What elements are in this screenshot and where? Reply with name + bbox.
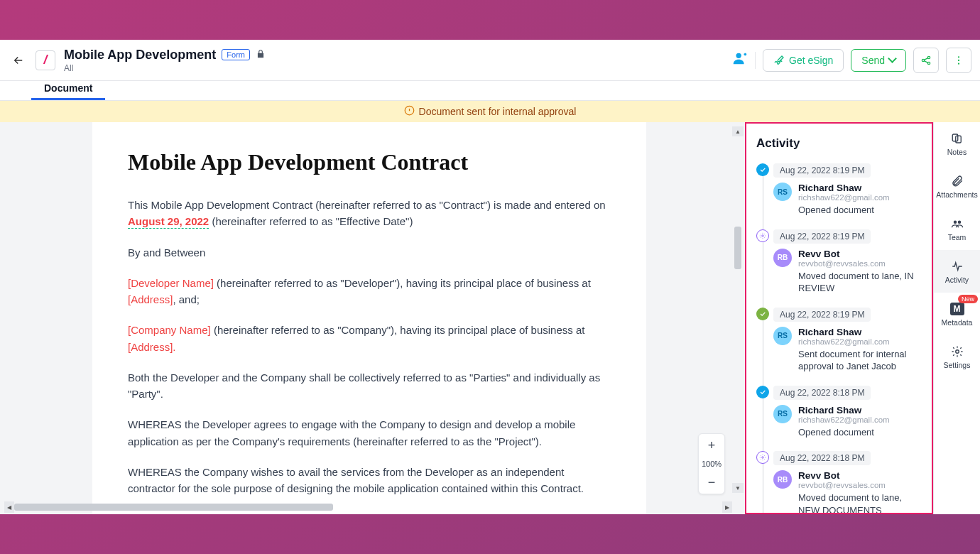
activity-text: Revv Botrevvbot@revvsales.comMoved docum… bbox=[798, 470, 922, 514]
activity-user-email: revvbot@revvsales.com bbox=[798, 481, 922, 489]
activity-user-email: revvbot@revvsales.com bbox=[798, 259, 922, 268]
zoom-in-button[interactable]: + bbox=[699, 434, 724, 457]
vertical-scrollbar[interactable]: ▲ ▼ bbox=[732, 126, 744, 493]
avatar: RS bbox=[773, 183, 792, 201]
avatar: RB bbox=[773, 470, 792, 489]
doc-intro: This Mobile App Development Contract (he… bbox=[128, 197, 611, 230]
page-title: Mobile App Development bbox=[64, 48, 216, 63]
whereas-2: WHEREAS the Company wishes to avail the … bbox=[128, 464, 611, 497]
add-user-icon[interactable] bbox=[732, 50, 748, 70]
header-actions: Get eSign Send bbox=[732, 48, 971, 73]
check-icon bbox=[756, 163, 769, 176]
gear-icon bbox=[756, 451, 769, 464]
activity-text: Richard Shawrichshaw622@gmail.comSent do… bbox=[798, 327, 922, 373]
avatar: RS bbox=[773, 405, 792, 423]
rail-item-settings[interactable]: Settings bbox=[934, 335, 980, 378]
activity-timestamp: Aug 22, 2022 8:18 PM bbox=[773, 386, 871, 400]
esign-label: Get eSign bbox=[789, 55, 833, 66]
activity-timestamp: Aug 22, 2022 8:19 PM bbox=[773, 163, 871, 178]
svg-point-5 bbox=[958, 59, 959, 60]
document-icon: / bbox=[36, 50, 55, 70]
team-icon bbox=[950, 217, 964, 231]
rail-item-activity[interactable]: Activity bbox=[934, 250, 980, 293]
get-esign-button[interactable]: Get eSign bbox=[763, 49, 844, 72]
tabs: Document bbox=[0, 81, 980, 101]
rail-item-metadata[interactable]: New M Metadata bbox=[934, 293, 980, 335]
company-clause: [Company Name] (hereinafter referred to … bbox=[128, 322, 611, 355]
send-label: Send bbox=[861, 55, 885, 66]
effective-date-field[interactable]: August 29, 2022 bbox=[128, 215, 209, 229]
rail-label: Attachments bbox=[936, 190, 977, 199]
svg-point-8 bbox=[762, 234, 764, 237]
chevron-down-icon bbox=[889, 55, 895, 66]
back-button[interactable] bbox=[9, 50, 28, 70]
gear-icon bbox=[756, 229, 769, 242]
intro-text-2: (hereinafter referred to as "Effective D… bbox=[212, 215, 413, 227]
activity-timeline: Aug 22, 2022 8:19 PMRSRichard Shawrichsh… bbox=[756, 163, 922, 514]
send-button[interactable]: Send bbox=[851, 49, 906, 72]
svg-point-12 bbox=[953, 220, 957, 224]
rail-item-team[interactable]: Team bbox=[934, 207, 980, 250]
approval-banner: Document sent for internal approval bbox=[0, 101, 980, 122]
horizontal-scrollbar[interactable]: ◀ ▶ bbox=[4, 501, 732, 513]
svg-point-4 bbox=[958, 56, 959, 58]
avatar: RB bbox=[773, 249, 792, 267]
activity-user-name: Revv Bot bbox=[798, 470, 922, 481]
main-area: Mobile App Development Contract This Mob… bbox=[0, 122, 980, 514]
activity-action: Moved document to lane, IN REVIEW bbox=[798, 270, 922, 295]
attachments-icon bbox=[951, 174, 964, 188]
activity-text: Revv Botrevvbot@revvsales.comMoved docum… bbox=[798, 249, 922, 295]
tab-document[interactable]: Document bbox=[31, 82, 105, 100]
rail-item-attachments[interactable]: Attachments bbox=[934, 165, 980, 207]
activity-body: RSRichard Shawrichshaw622@gmail.comSent … bbox=[773, 327, 922, 373]
activity-action: Moved document to lane, NEW DOCUMENTS bbox=[798, 491, 922, 514]
activity-item: Aug 22, 2022 8:18 PMRBRevv Botrevvbot@re… bbox=[773, 451, 922, 514]
rail-label: Notes bbox=[947, 148, 967, 156]
document-viewport: Mobile App Development Contract This Mob… bbox=[0, 122, 745, 514]
activity-timestamp: Aug 22, 2022 8:19 PM bbox=[773, 229, 871, 244]
activity-timestamp: Aug 22, 2022 8:19 PM bbox=[773, 308, 871, 322]
activity-action: Opened document bbox=[798, 204, 890, 217]
right-rail: Notes Attachments Team Activity New M Me… bbox=[933, 122, 980, 514]
company-address-placeholder[interactable]: [Address]. bbox=[128, 341, 176, 353]
lock-icon bbox=[256, 49, 266, 61]
intro-text-1: This Mobile App Development Contract (he… bbox=[128, 199, 606, 211]
document-heading: Mobile App Development Contract bbox=[128, 149, 611, 175]
zoom-out-button[interactable]: − bbox=[699, 471, 724, 494]
by-between: By and Between bbox=[128, 244, 611, 261]
check-icon bbox=[756, 386, 769, 398]
document-page: Mobile App Development Contract This Mob… bbox=[92, 122, 646, 514]
company-name-placeholder[interactable]: [Company Name] bbox=[128, 324, 211, 336]
activity-timestamp: Aug 22, 2022 8:18 PM bbox=[773, 451, 871, 465]
activity-title: Activity bbox=[756, 136, 922, 151]
activity-text: Richard Shawrichshaw622@gmail.comOpened … bbox=[798, 405, 890, 439]
subtitle: All bbox=[64, 63, 266, 73]
activity-action: Opened document bbox=[798, 426, 890, 439]
banner-text: Document sent for internal approval bbox=[419, 106, 577, 117]
activity-action: Sent document for internal approval to J… bbox=[798, 348, 922, 373]
activity-icon bbox=[950, 259, 964, 273]
rail-label: Team bbox=[948, 233, 967, 241]
rail-label: Metadata bbox=[942, 318, 973, 327]
metadata-icon: M bbox=[950, 302, 964, 316]
zoom-value: 100% bbox=[702, 457, 722, 471]
rail-label: Settings bbox=[944, 361, 971, 369]
activity-body: RSRichard Shawrichshaw622@gmail.comOpene… bbox=[773, 183, 922, 217]
developer-name-placeholder[interactable]: [Developer Name] bbox=[128, 277, 214, 289]
developer-tail: , and; bbox=[173, 293, 200, 305]
title-block: Mobile App Development Form All bbox=[64, 48, 266, 73]
rail-item-notes[interactable]: Notes bbox=[934, 122, 980, 165]
share-button[interactable] bbox=[913, 48, 939, 73]
activity-user-email: richshaw622@gmail.com bbox=[798, 193, 890, 202]
app-frame: / Mobile App Development Form All Get eS… bbox=[0, 40, 980, 514]
svg-point-9 bbox=[762, 457, 764, 459]
more-options-button[interactable] bbox=[946, 48, 971, 73]
developer-address-placeholder[interactable]: [Address] bbox=[128, 293, 173, 305]
parties-clause: Both the Developer and the Company shall… bbox=[128, 369, 611, 403]
new-badge: New bbox=[958, 295, 978, 303]
svg-point-6 bbox=[958, 63, 959, 64]
activity-item: Aug 22, 2022 8:19 PMRSRichard Shawrichsh… bbox=[773, 163, 922, 217]
activity-user-name: Richard Shaw bbox=[798, 183, 890, 193]
activity-item: Aug 22, 2022 8:19 PMRSRichard Shawrichsh… bbox=[773, 308, 922, 373]
activity-body: RSRichard Shawrichshaw622@gmail.comOpene… bbox=[773, 405, 922, 439]
